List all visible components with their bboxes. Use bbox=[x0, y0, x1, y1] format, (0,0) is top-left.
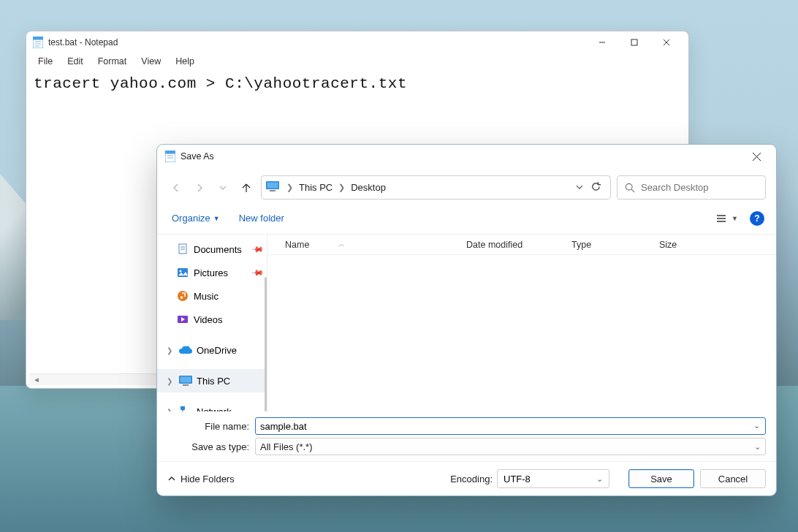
cancel-label: Cancel bbox=[718, 474, 748, 484]
breadcrumb-this-pc[interactable]: This PC bbox=[296, 180, 335, 194]
caret-down-icon: ⌄ bbox=[596, 474, 603, 484]
svg-rect-34 bbox=[180, 406, 185, 410]
dialog-title: Save As bbox=[180, 151, 214, 162]
dialog-titlebar[interactable]: Save As bbox=[157, 145, 776, 168]
search-box[interactable] bbox=[617, 175, 766, 200]
save-as-dialog: Save As ❯ This PC ❯ Desktop Organize▼ Ne… bbox=[156, 144, 777, 496]
column-size[interactable]: Size bbox=[659, 235, 718, 254]
svg-point-27 bbox=[180, 270, 182, 273]
svg-rect-26 bbox=[178, 268, 188, 277]
sort-indicator-icon: ︿ bbox=[338, 240, 345, 249]
sidebar-item-network[interactable]: ❯ Network bbox=[157, 400, 267, 411]
sidebar-label: Network bbox=[197, 406, 262, 412]
notepad-menubar: File Edit Format View Help bbox=[26, 53, 688, 72]
svg-rect-17 bbox=[270, 190, 276, 191]
sidebar-label: This PC bbox=[197, 376, 262, 387]
save-button[interactable]: Save bbox=[628, 469, 694, 488]
caret-down-icon: ▼ bbox=[732, 215, 738, 222]
sidebar-label: Pictures bbox=[194, 267, 248, 278]
pin-icon: 📌 bbox=[250, 242, 264, 256]
encoding-select[interactable]: UTF-8 ⌄ bbox=[497, 469, 609, 488]
menu-format[interactable]: Format bbox=[92, 55, 133, 68]
chevron-right-icon[interactable]: ❯ bbox=[335, 183, 348, 192]
nav-up-button[interactable] bbox=[238, 179, 255, 197]
chevron-right-icon[interactable]: ❯ bbox=[284, 183, 296, 192]
help-button[interactable]: ? bbox=[750, 211, 764, 226]
hide-folders-button[interactable]: Hide Folders bbox=[167, 474, 235, 484]
filename-label: File name: bbox=[167, 421, 255, 432]
svg-rect-32 bbox=[180, 377, 191, 383]
nav-forward-button[interactable] bbox=[191, 179, 208, 197]
sidebar-scrollbar[interactable] bbox=[265, 277, 267, 411]
chevron-up-icon bbox=[167, 474, 176, 483]
svg-rect-9 bbox=[165, 151, 175, 153]
sidebar-item-videos[interactable]: Videos bbox=[157, 308, 267, 331]
cancel-button[interactable]: Cancel bbox=[700, 469, 766, 488]
maximize-button[interactable] bbox=[618, 31, 650, 53]
nav-back-button[interactable] bbox=[167, 179, 185, 197]
column-label: Date modified bbox=[466, 240, 522, 250]
dialog-fields: File name: ⌄ Save as type: All Files (*.… bbox=[157, 411, 776, 461]
column-label: Type bbox=[571, 240, 591, 250]
address-bar[interactable]: ❯ This PC ❯ Desktop bbox=[261, 175, 611, 200]
list-view-icon bbox=[717, 214, 729, 223]
view-options-button[interactable]: ▼ bbox=[712, 211, 742, 226]
column-headers: Name︿ Date modified Type Size bbox=[267, 235, 776, 255]
sidebar-item-music[interactable]: Music bbox=[157, 284, 267, 308]
documents-icon bbox=[176, 243, 189, 256]
music-icon bbox=[176, 289, 189, 303]
savetype-select[interactable]: All Files (*.*) ⌄ bbox=[255, 438, 766, 455]
sidebar-item-onedrive[interactable]: ❯ OneDrive bbox=[157, 338, 267, 362]
this-pc-icon bbox=[179, 374, 192, 387]
sidebar-item-documents[interactable]: Documents 📌 bbox=[157, 238, 267, 261]
sidebar: Documents 📌 Pictures 📌 Music Videos ❯ On… bbox=[157, 235, 267, 411]
menu-view[interactable]: View bbox=[135, 55, 167, 68]
dialog-toolbar: Organize▼ New folder ▼ ? bbox=[157, 205, 776, 234]
expand-icon[interactable]: ❯ bbox=[164, 346, 175, 354]
dialog-nav-row: ❯ This PC ❯ Desktop bbox=[157, 168, 776, 205]
breadcrumb-desktop[interactable]: Desktop bbox=[348, 180, 389, 194]
new-folder-label: New folder bbox=[239, 213, 284, 224]
expand-icon[interactable]: ❯ bbox=[164, 408, 175, 412]
organize-button[interactable]: Organize▼ bbox=[169, 210, 223, 227]
dialog-close-button[interactable] bbox=[741, 146, 772, 167]
svg-point-28 bbox=[178, 291, 188, 301]
minimize-button[interactable] bbox=[586, 31, 618, 53]
savetype-value: All Files (*.*) bbox=[260, 441, 313, 452]
scroll-left-icon[interactable]: ◄ bbox=[31, 375, 42, 385]
menu-help[interactable]: Help bbox=[170, 55, 200, 68]
new-folder-button[interactable]: New folder bbox=[236, 210, 287, 227]
column-date[interactable]: Date modified bbox=[466, 235, 571, 254]
filename-input[interactable] bbox=[255, 417, 766, 435]
file-list-area[interactable]: Name︿ Date modified Type Size bbox=[267, 235, 776, 411]
sidebar-label: Videos bbox=[194, 314, 262, 325]
address-dropdown-button[interactable] bbox=[573, 180, 586, 195]
nav-recent-button[interactable] bbox=[214, 179, 232, 197]
sidebar-label: Documents bbox=[194, 244, 248, 255]
savetype-label: Save as type: bbox=[167, 441, 255, 452]
sidebar-item-this-pc[interactable]: ❯ This PC bbox=[157, 369, 267, 392]
caret-down-icon: ⌄ bbox=[754, 442, 761, 452]
search-icon bbox=[625, 183, 635, 193]
sidebar-item-pictures[interactable]: Pictures 📌 bbox=[157, 261, 267, 284]
menu-file[interactable]: File bbox=[32, 55, 58, 68]
dialog-footer: Hide Folders Encoding: UTF-8 ⌄ Save Canc… bbox=[157, 461, 776, 495]
column-label: Size bbox=[659, 240, 677, 250]
search-input[interactable] bbox=[641, 182, 764, 193]
sidebar-label: OneDrive bbox=[197, 345, 262, 356]
notepad-text[interactable]: tracert yahoo.com > C:\yahootracert.txt bbox=[29, 72, 685, 96]
pictures-icon bbox=[176, 266, 189, 279]
menu-edit[interactable]: Edit bbox=[61, 55, 89, 68]
pin-icon: 📌 bbox=[250, 265, 264, 279]
caret-down-icon: ▼ bbox=[213, 215, 220, 222]
encoding-value: UTF-8 bbox=[503, 474, 531, 484]
notepad-titlebar[interactable]: test.bat - Notepad bbox=[26, 31, 688, 53]
column-name[interactable]: Name︿ bbox=[285, 235, 466, 254]
column-type[interactable]: Type bbox=[571, 235, 659, 254]
notepad-icon bbox=[32, 37, 44, 48]
dialog-body: Documents 📌 Pictures 📌 Music Videos ❯ On… bbox=[157, 234, 776, 411]
expand-icon[interactable]: ❯ bbox=[164, 377, 175, 385]
refresh-button[interactable] bbox=[586, 178, 606, 197]
onedrive-icon bbox=[179, 343, 192, 357]
close-button[interactable] bbox=[650, 31, 683, 53]
